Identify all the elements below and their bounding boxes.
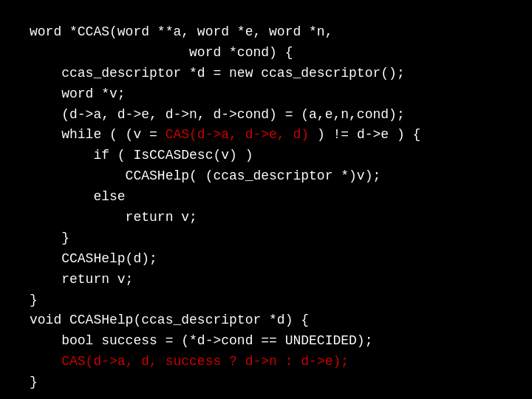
code-token: CAS(d->a, d, success ? d->n : d->e); bbox=[61, 354, 349, 369]
code-line: word *CCAS(word **a, word *e, word *n, bbox=[30, 22, 502, 43]
code-token: while ( (v = bbox=[30, 127, 166, 142]
code-token: ) != d->e ) { bbox=[309, 127, 420, 142]
code-token: } bbox=[30, 293, 38, 307]
code-line: CCASHelp(d); bbox=[30, 249, 502, 270]
code-line: while ( (v = CAS(d->a, d->e, d) ) != d->… bbox=[30, 125, 502, 146]
code-token: } bbox=[30, 231, 69, 245]
code-line: word *v; bbox=[30, 84, 502, 105]
code-token: return v; bbox=[30, 210, 197, 225]
code-line: (d->a, d->e, d->n, d->cond) = (a,e,n,con… bbox=[30, 105, 502, 126]
code-token bbox=[30, 354, 61, 369]
code-token: (d->a, d->e, d->n, d->cond) = (a,e,n,con… bbox=[30, 107, 405, 122]
code-line: if ( IsCCASDesc(v) ) bbox=[30, 146, 502, 166]
code-line: else bbox=[30, 187, 502, 208]
code-line: return v; bbox=[30, 208, 502, 228]
code-line: ccas_descriptor *d = new ccas_descriptor… bbox=[30, 64, 502, 84]
code-token: bool success = (*d->cond == UNDECIDED); bbox=[30, 333, 372, 348]
code-line: return v; bbox=[30, 270, 502, 290]
code-token: CCASHelp(d); bbox=[30, 251, 157, 266]
code-token: CCASHelp( (ccas_descriptor *)v); bbox=[30, 168, 381, 183]
code-line: } bbox=[30, 228, 502, 249]
code-token: return v; bbox=[30, 272, 133, 287]
code-token: ccas_descriptor *d = new ccas_descriptor… bbox=[30, 66, 405, 81]
code-token: void CCASHelp(ccas_descriptor *d) { bbox=[30, 313, 309, 327]
code-token: CAS(d->a, d->e, d) bbox=[166, 127, 309, 142]
code-line: void CCASHelp(ccas_descriptor *d) { bbox=[30, 310, 502, 331]
code-display: word *CCAS(word **a, word *e, word *n, w… bbox=[30, 22, 502, 393]
code-line: } bbox=[30, 372, 502, 393]
code-token: word *cond) { bbox=[30, 45, 293, 60]
code-token: if ( IsCCASDesc(v) ) bbox=[30, 148, 253, 163]
code-token: } bbox=[30, 375, 38, 389]
code-line: bool success = (*d->cond == UNDECIDED); bbox=[30, 331, 502, 352]
code-token: else bbox=[30, 189, 126, 204]
code-line: CCASHelp( (ccas_descriptor *)v); bbox=[30, 166, 502, 187]
code-token: word *v; bbox=[30, 86, 126, 101]
code-token: word *CCAS(word **a, word *e, word *n, bbox=[30, 24, 332, 39]
code-line: word *cond) { bbox=[30, 43, 502, 64]
code-line: CAS(d->a, d, success ? d->n : d->e); bbox=[30, 352, 502, 372]
code-line: } bbox=[30, 290, 502, 311]
